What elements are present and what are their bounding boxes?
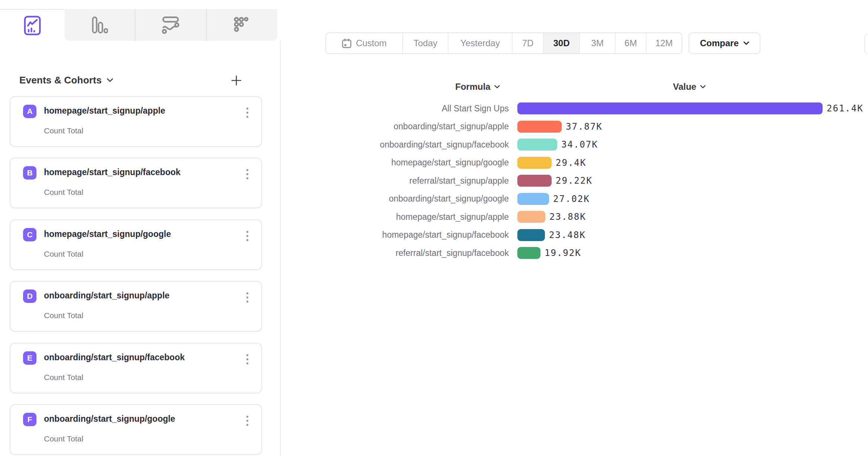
value-label: Value [673,82,696,92]
tab-retention[interactable] [206,9,277,41]
value-column-header[interactable]: Value [673,82,706,92]
event-metric: Count Total [44,373,83,382]
event-name: onboarding/start_signup/apple [44,291,169,301]
date-range-label: Yesterday [460,38,500,48]
chart-bar-value: 29.22K [556,175,593,186]
event-letter-badge: D [23,289,36,303]
report-type-tabs [64,9,277,41]
chart-row: homepage/start_signup/google 29.4K [342,154,864,172]
date-range-label: 6M [625,38,637,48]
chart-row-label: homepage/start_signup/facebook [342,230,509,240]
chart-row: referral/start_signup/facebook 19.92K [342,244,864,262]
chart-row-label: All Start Sign Ups [342,104,509,114]
date-range-label: 12M [655,38,673,48]
kebab-menu-icon[interactable] [245,352,250,366]
bar-chart: All Start Sign Ups 261.4K onboarding/sta… [342,99,864,262]
date-range-label: Custom [356,38,387,48]
event-name: homepage/start_signup/google [44,229,171,239]
event-card[interactable]: F onboarding/start_signup/google Count T… [10,404,262,455]
date-range-label: Today [414,38,437,48]
event-name: onboarding/start_signup/google [44,414,175,424]
kebab-menu-icon[interactable] [245,291,250,304]
chart-bar[interactable] [517,121,562,133]
compare-button[interactable]: Compare [689,32,760,54]
date-range-label: 3M [591,38,603,48]
chart-row-label: referral/start_signup/apple [342,176,509,186]
kebab-menu-icon[interactable] [245,229,250,243]
kebab-menu-icon[interactable] [245,167,250,181]
event-name: homepage/start_signup/facebook [44,167,181,177]
date-range-6m[interactable]: 6M [615,33,646,53]
event-letter-badge: F [23,413,36,426]
chart-row: onboarding/start_signup/facebook 34.07K [342,136,864,154]
event-card[interactable]: C homepage/start_signup/google Count Tot… [10,219,262,270]
event-metric: Count Total [44,188,83,197]
chart-bar[interactable] [517,102,823,114]
formula-column-header[interactable]: Formula [455,82,500,92]
chevron-down-icon [700,85,706,89]
chart-row-label: referral/start_signup/facebook [342,248,509,258]
tab-flows[interactable] [135,9,206,41]
sidebar-divider [280,41,281,456]
chart-row: onboarding/start_signup/apple 37.87K [342,118,864,136]
chart-bar-value: 37.87K [566,121,603,132]
chart-row-label: onboarding/start_signup/facebook [342,140,509,150]
event-letter-badge: A [23,105,36,118]
cut-off-button[interactable] [864,34,868,54]
events-cohorts-header: Events & Cohorts [19,75,258,86]
chart-row-label: onboarding/start_signup/apple [342,121,509,132]
chart-bar[interactable] [517,175,552,187]
chart-bar[interactable] [517,247,540,259]
chevron-down-icon [494,85,500,89]
event-letter-badge: E [23,351,36,365]
event-name: onboarding/start_signup/facebook [44,352,185,362]
chart-row-label: homepage/start_signup/google [342,158,509,168]
retention-dots-icon [234,17,250,33]
tab-bar-report[interactable] [64,9,135,41]
chart-bar-value: 23.48K [549,230,586,240]
event-metric: Count Total [44,311,83,320]
chart-bar[interactable] [517,139,557,151]
kebab-menu-icon[interactable] [245,414,250,428]
event-card[interactable]: A homepage/start_signup/apple Count Tota… [10,96,262,147]
tab-insights[interactable] [0,10,64,41]
date-range-12m[interactable]: 12M [646,33,682,53]
events-cohorts-title: Events & Cohorts [19,75,102,86]
bar-chart-icon [92,16,108,34]
chart-row: homepage/start_signup/apple 23.88K [342,208,864,226]
event-card[interactable]: D onboarding/start_signup/apple Count To… [10,281,262,332]
add-event-button[interactable] [231,75,242,86]
chart-bar-value: 19.92K [545,248,581,258]
date-range-custom[interactable]: Custom [326,33,402,53]
chart-bar[interactable] [517,157,552,169]
insights-report-app: Events & Cohorts A homepage/start_signup… [0,0,868,456]
chevron-down-icon [743,41,749,45]
line-chart-icon [24,16,41,35]
event-name: homepage/start_signup/apple [44,106,165,116]
date-range-yesterday[interactable]: Yesterday [448,33,512,53]
calendar-icon [342,38,352,48]
event-metric: Count Total [44,434,83,443]
chevron-down-icon[interactable] [107,78,113,82]
event-card[interactable]: B homepage/start_signup/facebook Count T… [10,158,262,208]
date-range-30d[interactable]: 30D [543,33,579,53]
date-range-3m[interactable]: 3M [579,33,615,53]
event-card[interactable]: E onboarding/start_signup/facebook Count… [10,343,262,393]
chart-bar[interactable] [517,193,549,205]
chart-bar-value: 27.02K [553,194,590,204]
chart-bar-value: 261.4K [827,103,864,114]
flows-icon [162,16,180,34]
chart-bar[interactable] [517,229,545,241]
event-letter-badge: B [23,166,36,180]
event-letter-badge: C [23,228,36,241]
date-range-7d[interactable]: 7D [512,33,543,53]
date-range-today[interactable]: Today [402,33,448,53]
kebab-menu-icon[interactable] [245,106,250,120]
chart-bar[interactable] [517,211,545,223]
event-metric: Count Total [44,126,83,135]
chart-row-label: homepage/start_signup/apple [342,212,509,222]
chart-row: homepage/start_signup/facebook 23.48K [342,226,864,244]
chart-row-label: onboarding/start_signup/google [342,194,509,204]
chart-row: onboarding/start_signup/google 27.02K [342,190,864,208]
chart-bar-value: 29.4K [556,158,586,168]
